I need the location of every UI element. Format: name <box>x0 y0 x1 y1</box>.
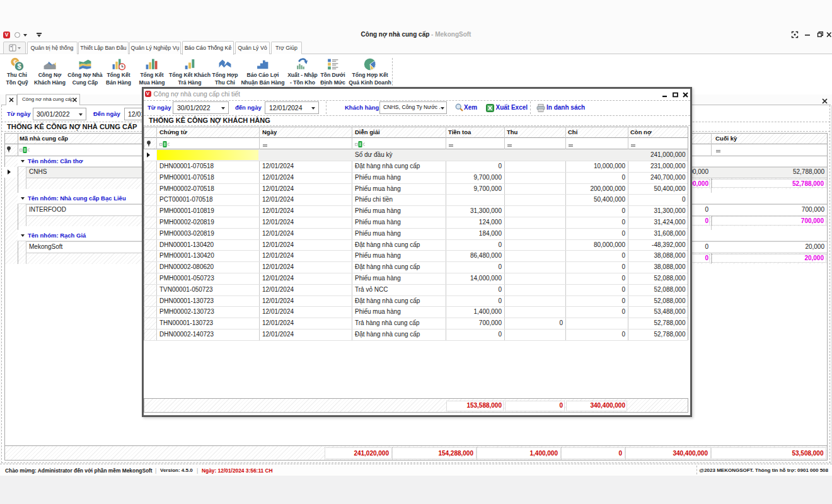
svg-text:$: $ <box>17 62 21 70</box>
